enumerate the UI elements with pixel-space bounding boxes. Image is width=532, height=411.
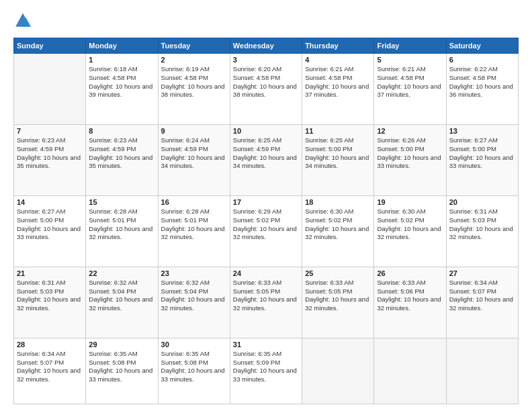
calendar-day-cell: 10Sunrise: 6:25 AMSunset: 4:59 PMDayligh…: [230, 124, 302, 195]
day-number: 1: [89, 56, 154, 64]
day-number: 29: [89, 340, 154, 349]
weekday-header: Friday: [374, 38, 446, 54]
day-info: Sunrise: 6:21 AMSunset: 4:58 PMDaylight:…: [377, 65, 443, 99]
day-info: Sunrise: 6:27 AMSunset: 5:00 PMDaylight:…: [17, 208, 83, 242]
day-info: Sunrise: 6:25 AMSunset: 4:59 PMDaylight:…: [233, 136, 299, 171]
day-number: 9: [161, 127, 227, 135]
weekday-header: Sunday: [14, 38, 86, 54]
calendar-day-cell: 25Sunrise: 6:33 AMSunset: 5:05 PMDayligh…: [302, 267, 374, 338]
calendar-day-cell: 24Sunrise: 6:33 AMSunset: 5:05 PMDayligh…: [230, 267, 302, 338]
calendar-day-cell: 8Sunrise: 6:23 AMSunset: 4:59 PMDaylight…: [86, 124, 158, 195]
day-number: 23: [161, 269, 227, 277]
day-info: Sunrise: 6:34 AMSunset: 5:07 PMDaylight:…: [17, 350, 83, 384]
calendar-day-cell: 31Sunrise: 6:35 AMSunset: 5:09 PMDayligh…: [230, 338, 302, 404]
day-info: Sunrise: 6:35 AMSunset: 5:08 PMDaylight:…: [161, 350, 227, 384]
day-info: Sunrise: 6:32 AMSunset: 5:04 PMDaylight:…: [161, 279, 227, 313]
calendar-table: SundayMondayTuesdayWednesdayThursdayFrid…: [13, 38, 519, 404]
calendar-day-cell: 18Sunrise: 6:30 AMSunset: 5:02 PMDayligh…: [302, 195, 374, 267]
calendar-day-cell: 30Sunrise: 6:35 AMSunset: 5:08 PMDayligh…: [158, 338, 230, 404]
day-info: Sunrise: 6:23 AMSunset: 4:59 PMDaylight:…: [89, 136, 154, 171]
day-number: 30: [161, 340, 227, 349]
day-info: Sunrise: 6:28 AMSunset: 5:01 PMDaylight:…: [161, 208, 227, 242]
day-number: 3: [233, 56, 299, 64]
day-number: 11: [305, 127, 371, 135]
calendar-day-cell: 15Sunrise: 6:28 AMSunset: 5:01 PMDayligh…: [86, 195, 158, 267]
calendar-week-row: 21Sunrise: 6:31 AMSunset: 5:03 PMDayligh…: [14, 267, 519, 338]
day-info: Sunrise: 6:31 AMSunset: 5:03 PMDaylight:…: [17, 279, 83, 313]
page-header: [13, 12, 519, 31]
day-number: 25: [305, 269, 371, 277]
calendar-day-cell: 19Sunrise: 6:30 AMSunset: 5:02 PMDayligh…: [374, 195, 446, 267]
weekday-header: Saturday: [446, 38, 518, 54]
day-number: 15: [89, 198, 154, 206]
weekday-header: Tuesday: [158, 38, 230, 54]
day-info: Sunrise: 6:32 AMSunset: 5:04 PMDaylight:…: [89, 279, 154, 313]
day-number: 4: [305, 56, 371, 64]
calendar-day-cell: 29Sunrise: 6:35 AMSunset: 5:08 PMDayligh…: [86, 338, 158, 404]
calendar-day-cell: 27Sunrise: 6:34 AMSunset: 5:07 PMDayligh…: [446, 267, 518, 338]
calendar-day-cell: 20Sunrise: 6:31 AMSunset: 5:03 PMDayligh…: [446, 195, 518, 267]
day-number: 7: [17, 127, 83, 135]
calendar-day-cell: 3Sunrise: 6:20 AMSunset: 4:58 PMDaylight…: [230, 54, 302, 125]
calendar-day-cell: 5Sunrise: 6:21 AMSunset: 4:58 PMDaylight…: [374, 54, 446, 125]
weekday-header: Wednesday: [230, 38, 302, 54]
calendar-page: SundayMondayTuesdayWednesdayThursdayFrid…: [0, 0, 532, 411]
calendar-day-cell: [14, 54, 86, 125]
day-number: 28: [17, 340, 83, 349]
day-number: 12: [377, 127, 443, 135]
calendar-day-cell: 28Sunrise: 6:34 AMSunset: 5:07 PMDayligh…: [14, 338, 86, 404]
day-number: 13: [449, 127, 515, 135]
day-info: Sunrise: 6:30 AMSunset: 5:02 PMDaylight:…: [377, 208, 443, 242]
calendar-week-row: 28Sunrise: 6:34 AMSunset: 5:07 PMDayligh…: [14, 338, 519, 404]
calendar-day-cell: [446, 338, 518, 404]
calendar-day-cell: 1Sunrise: 6:18 AMSunset: 4:58 PMDaylight…: [86, 54, 158, 125]
day-number: 22: [89, 269, 154, 277]
calendar-day-cell: 4Sunrise: 6:21 AMSunset: 4:58 PMDaylight…: [302, 54, 374, 125]
day-info: Sunrise: 6:18 AMSunset: 4:58 PMDaylight:…: [89, 65, 154, 99]
day-number: 26: [377, 269, 443, 277]
day-number: 31: [233, 340, 299, 349]
day-info: Sunrise: 6:20 AMSunset: 4:58 PMDaylight:…: [233, 65, 299, 99]
calendar-week-row: 7Sunrise: 6:23 AMSunset: 4:59 PMDaylight…: [14, 124, 519, 195]
day-number: 21: [17, 269, 83, 277]
calendar-day-cell: 11Sunrise: 6:25 AMSunset: 5:00 PMDayligh…: [302, 124, 374, 195]
day-info: Sunrise: 6:35 AMSunset: 5:09 PMDaylight:…: [233, 350, 299, 384]
day-info: Sunrise: 6:24 AMSunset: 4:59 PMDaylight:…: [161, 136, 227, 171]
calendar-day-cell: 16Sunrise: 6:28 AMSunset: 5:01 PMDayligh…: [158, 195, 230, 267]
day-info: Sunrise: 6:31 AMSunset: 5:03 PMDaylight:…: [449, 208, 515, 242]
calendar-day-cell: 23Sunrise: 6:32 AMSunset: 5:04 PMDayligh…: [158, 267, 230, 338]
weekday-header-row: SundayMondayTuesdayWednesdayThursdayFrid…: [14, 38, 519, 54]
calendar-day-cell: 13Sunrise: 6:27 AMSunset: 5:00 PMDayligh…: [446, 124, 518, 195]
calendar-day-cell: 21Sunrise: 6:31 AMSunset: 5:03 PMDayligh…: [14, 267, 86, 338]
day-info: Sunrise: 6:35 AMSunset: 5:08 PMDaylight:…: [89, 350, 154, 384]
day-number: 2: [161, 56, 227, 64]
calendar-day-cell: [302, 338, 374, 404]
day-info: Sunrise: 6:19 AMSunset: 4:58 PMDaylight:…: [161, 65, 227, 99]
day-number: 18: [305, 198, 371, 206]
calendar-day-cell: 22Sunrise: 6:32 AMSunset: 5:04 PMDayligh…: [86, 267, 158, 338]
calendar-day-cell: 17Sunrise: 6:29 AMSunset: 5:02 PMDayligh…: [230, 195, 302, 267]
calendar-day-cell: 26Sunrise: 6:33 AMSunset: 5:06 PMDayligh…: [374, 267, 446, 338]
day-number: 19: [377, 198, 443, 206]
calendar-day-cell: 2Sunrise: 6:19 AMSunset: 4:58 PMDaylight…: [158, 54, 230, 125]
day-info: Sunrise: 6:33 AMSunset: 5:06 PMDaylight:…: [377, 279, 443, 313]
logo-icon: [13, 12, 32, 31]
calendar-week-row: 14Sunrise: 6:27 AMSunset: 5:00 PMDayligh…: [14, 195, 519, 267]
day-number: 17: [233, 198, 299, 206]
weekday-header: Monday: [86, 38, 158, 54]
day-info: Sunrise: 6:23 AMSunset: 4:59 PMDaylight:…: [17, 136, 83, 171]
calendar-day-cell: 7Sunrise: 6:23 AMSunset: 4:59 PMDaylight…: [14, 124, 86, 195]
day-info: Sunrise: 6:25 AMSunset: 5:00 PMDaylight:…: [305, 136, 371, 171]
day-number: 10: [233, 127, 299, 135]
day-number: 20: [449, 198, 515, 206]
day-info: Sunrise: 6:33 AMSunset: 5:05 PMDaylight:…: [305, 279, 371, 313]
day-info: Sunrise: 6:21 AMSunset: 4:58 PMDaylight:…: [305, 65, 371, 99]
day-info: Sunrise: 6:26 AMSunset: 5:00 PMDaylight:…: [377, 136, 443, 171]
calendar-day-cell: [374, 338, 446, 404]
calendar-day-cell: 9Sunrise: 6:24 AMSunset: 4:59 PMDaylight…: [158, 124, 230, 195]
day-number: 8: [89, 127, 154, 135]
day-info: Sunrise: 6:33 AMSunset: 5:05 PMDaylight:…: [233, 279, 299, 313]
calendar-day-cell: 12Sunrise: 6:26 AMSunset: 5:00 PMDayligh…: [374, 124, 446, 195]
day-number: 6: [449, 56, 515, 64]
calendar-week-row: 1Sunrise: 6:18 AMSunset: 4:58 PMDaylight…: [14, 54, 519, 125]
